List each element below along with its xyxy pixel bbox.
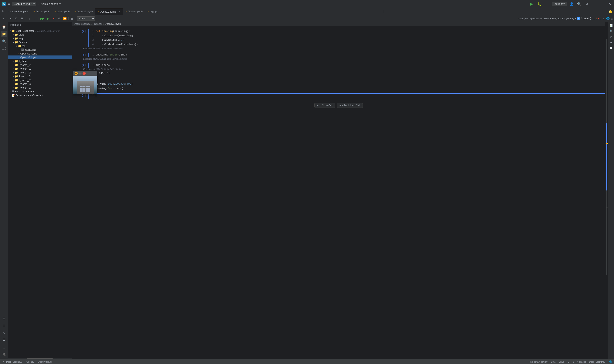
right-icon-search[interactable]: 🔍	[608, 28, 614, 34]
tabs-overflow-button[interactable]: ⋮	[381, 10, 387, 13]
notebook-scroll[interactable]: — □ ✕	[72, 26, 605, 359]
more-options-button[interactable]: ⋮	[544, 1, 550, 7]
tree-item-res[interactable]: › 📁 res	[8, 44, 72, 48]
stop-button[interactable]: ■	[51, 16, 56, 21]
kernel-up-arrow[interactable]: ▲	[590, 17, 591, 18]
status-no-server[interactable]: <no default server>	[529, 361, 548, 363]
tab-lenet[interactable]: ○ LeNet.ipynb	[52, 8, 72, 15]
add-tab-button[interactable]: +	[0, 9, 5, 13]
tab-anchor-box[interactable]: ○ Anchor box.ipynb	[5, 8, 31, 15]
status-encoding[interactable]: UTF-8	[568, 361, 574, 363]
right-icon-clipboard[interactable]: 📋	[608, 45, 614, 50]
tab-opencv2[interactable]: ○ Opencv2.ipynb ✕	[95, 8, 123, 15]
settings-button[interactable]: ⚙	[584, 1, 590, 7]
status-root-breadcrumb[interactable]: Deep_Learing01	[6, 361, 22, 363]
search-button[interactable]: 🔍	[576, 1, 582, 7]
right-icon-chart[interactable]: 📊	[608, 23, 614, 28]
move-down-button[interactable]: ↓	[32, 16, 38, 21]
debug-button[interactable]: 🐛	[536, 1, 542, 7]
sidebar-icon-circle[interactable]: ◎	[1, 315, 7, 322]
paste-button[interactable]: ⧉	[19, 16, 25, 21]
run-button[interactable]: ▶	[529, 1, 534, 7]
status-file-breadcrumb[interactable]: Opencv2.ipynb	[38, 361, 53, 363]
minimize-button[interactable]: —	[592, 1, 597, 7]
cell-1-content[interactable]: 1 def showimg(name,img): 2 cv2.imshow(na…	[88, 29, 605, 47]
tree-item-data[interactable]: › 📁 data	[8, 33, 72, 37]
sidebar-icon-more[interactable]: ⋯	[1, 52, 7, 59]
tree-item-opencv[interactable]: ▾ 📁 Opencv	[8, 40, 72, 44]
profile-button[interactable]: 👤	[569, 1, 574, 7]
popup-maximize-button[interactable]: □	[79, 72, 82, 75]
kernel-url[interactable]: Managed: http://localhost:8889	[518, 17, 548, 20]
right-icon-ai[interactable]: ⊕	[608, 34, 614, 39]
tab-vgg[interactable]: ○ Vgg.ip...	[145, 8, 161, 15]
tree-item-pytorch04[interactable]: › 📁 Pytorch_04	[8, 74, 72, 78]
tree-item-pytorch03[interactable]: › 📁 Pytorch_03	[8, 71, 72, 74]
sidebar-icon-image[interactable]: 🖼	[1, 337, 7, 343]
tree-item-opencv2-file[interactable]: › ○ Opencv2.ipynb	[8, 55, 72, 59]
trusted-checkbox[interactable]: ✓	[577, 17, 580, 20]
sidebar-icon-home[interactable]: 🏠	[1, 24, 7, 30]
restart-button[interactable]: ↺	[56, 16, 62, 21]
popup-close-button[interactable]: ✕	[83, 72, 86, 75]
sidebar-icon-play[interactable]: ▷	[1, 330, 7, 336]
project-scrollbar[interactable]	[8, 358, 72, 359]
sidebar-icon-project[interactable]: 📁	[1, 31, 7, 37]
tree-item-pytorch06[interactable]: › 📁 Pytorch_06	[8, 82, 72, 86]
tree-item-external[interactable]: › 🏛 External Libraries	[8, 90, 72, 93]
tree-item-pytorch02[interactable]: › 📁 Pytorch_02	[8, 67, 72, 71]
cell-3-content[interactable]: 1 img.shape	[88, 63, 605, 68]
sidebar-icon-git[interactable]: ⎇	[1, 45, 7, 52]
notebook-scrollbar[interactable]	[605, 22, 608, 359]
tree-item-python[interactable]: › 📁 Python	[8, 59, 72, 63]
status-project[interactable]: Deep_Learning...	[589, 361, 606, 363]
student-selector[interactable]: Student ▾	[552, 2, 567, 6]
tree-item-pytorch07[interactable]: › 📁 Pytorch_07	[8, 86, 72, 90]
delete-cell-button[interactable]: 🗑	[70, 16, 75, 21]
kernel-down-arrow[interactable]: ▼	[590, 19, 591, 20]
maximize-button[interactable]: □	[599, 1, 605, 7]
add-cell-button[interactable]: +	[1, 16, 6, 21]
add-markdown-cell-button[interactable]: Add Markdown Cell	[337, 103, 363, 108]
cell-5-content[interactable]: 1 |	[88, 93, 605, 99]
add-code-cell-button[interactable]: Add Code Cell	[314, 103, 335, 108]
copy-button[interactable]: ⧉	[14, 16, 19, 21]
tab-alexnet[interactable]: ○ AlexNet.ipynb	[123, 8, 145, 15]
project-dropdown-chevron[interactable]: ▾	[20, 24, 21, 26]
status-opencv-breadcrumb[interactable]: Opencv	[26, 361, 34, 363]
sidebar-icon-layers[interactable]: ⊞	[1, 323, 7, 329]
cell-2-content[interactable]: 1 showimg('image',img)	[88, 53, 605, 57]
status-position[interactable]: 23:1	[551, 361, 556, 363]
breadcrumb-root[interactable]: Deep_Learing01	[74, 23, 92, 25]
notifications-button[interactable]: 🔔	[607, 10, 614, 13]
run-cell-button[interactable]: ▶	[45, 16, 51, 21]
tab-anchor[interactable]: ○ Anchor.ipynb	[31, 8, 52, 15]
tree-item-root[interactable]: ▾ 📁 Deep_Learing01 D:\Git-res\DeepLearin…	[8, 29, 72, 33]
run-all-button[interactable]: ▶▶	[40, 16, 45, 21]
globe-icon[interactable]: 🌐	[606, 17, 610, 20]
tree-item-img[interactable]: › 📁 img	[8, 37, 72, 40]
restart-run-button[interactable]: ⏩	[62, 16, 67, 21]
popup-minimize-button[interactable]: —	[75, 72, 78, 75]
tree-item-scratches[interactable]: › 📝 Scratches and Consoles	[8, 93, 72, 97]
sidebar-icon-search[interactable]: 🔍	[1, 38, 7, 44]
tab-opencv2-close[interactable]: ✕	[118, 10, 121, 13]
status-git-icon[interactable]: ⎇	[2, 360, 5, 363]
hamburger-menu[interactable]: ≡	[7, 1, 11, 7]
close-button[interactable]: ✕	[607, 1, 612, 7]
up-arrow-icon[interactable]: ▲	[603, 17, 605, 20]
breadcrumb-opencv[interactable]: Opencv	[94, 23, 102, 25]
tree-item-pytorch01[interactable]: › 📁 Pytorch_01	[8, 63, 72, 67]
version-control[interactable]: Version control ▾	[41, 2, 61, 5]
tab-opencv1[interactable]: ○ Opencv1.ipynb	[72, 8, 95, 15]
cut-button[interactable]: ✂	[8, 16, 14, 21]
right-icon-cloud[interactable]: ☁	[608, 39, 614, 45]
cell-4-content[interactable]: 1 car=img[100:200,300:400] 2 showimg('ca…	[88, 82, 605, 91]
status-line-ending[interactable]: CRLF	[559, 361, 565, 363]
move-up-button[interactable]: ↑	[27, 16, 32, 21]
cell-type-select[interactable]: Code Markdown Raw	[77, 16, 95, 21]
ai-icon[interactable]: ⊕	[611, 17, 613, 20]
status-indent[interactable]: 4 spaces	[577, 361, 586, 363]
project-selector[interactable]: Deep_Learing01 ▾	[12, 2, 36, 6]
kernel-type-arrow[interactable]: ▾	[575, 17, 576, 20]
